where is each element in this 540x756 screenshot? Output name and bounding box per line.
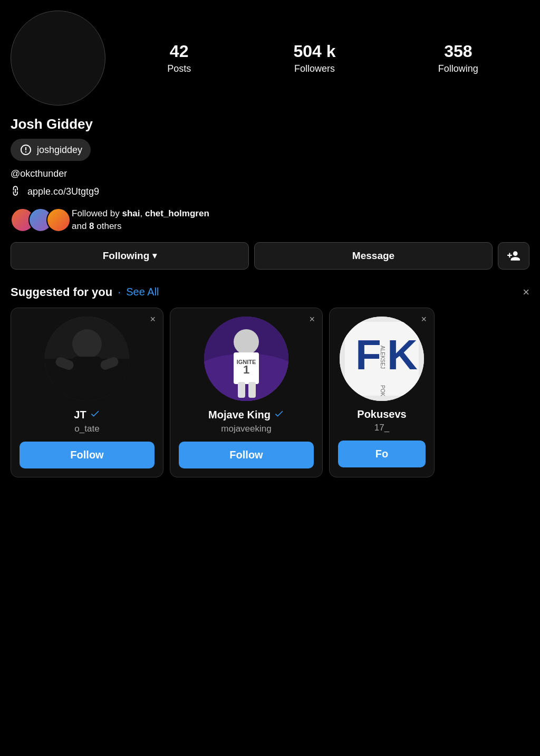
followers-count: 504 k	[293, 42, 335, 61]
close-card-jt[interactable]: ×	[150, 314, 156, 324]
followers-label: Followers	[294, 63, 335, 74]
svg-text:ALEKSEJ: ALEKSEJ	[380, 346, 385, 369]
profile-link[interactable]: apple.co/3Utgtg9	[27, 186, 99, 197]
card-username-poku: 17_	[374, 423, 389, 433]
action-buttons: Following ▾ Message	[0, 242, 540, 280]
followed-by[interactable]: Followed by shai, chet_holmgren and 8 ot…	[11, 207, 529, 233]
svg-rect-13	[248, 382, 256, 398]
svg-text:K: K	[387, 331, 418, 378]
followed-by-prefix: Followed by	[72, 208, 122, 218]
stats-row: 42 Posts 504 k Followers 358 Following	[116, 42, 529, 74]
card-username-mojave: mojaveeking	[221, 424, 271, 434]
suggested-section: Suggested for you · See All × ×	[0, 280, 540, 483]
posts-label: Posts	[167, 63, 191, 74]
chevron-down-icon: ▾	[152, 251, 157, 261]
link-row: apple.co/3Utgtg9	[11, 185, 529, 199]
poku-avatar-image: F K ALEKSEJ POK	[340, 317, 424, 401]
card-name-mojave: Mojave King	[208, 409, 271, 421]
close-card-mojave[interactable]: ×	[309, 314, 315, 324]
follow-button-jt[interactable]: Follow	[20, 442, 155, 468]
jt-avatar-image	[45, 317, 129, 401]
svg-rect-3	[72, 357, 102, 394]
following-button[interactable]: Following ▾	[11, 242, 249, 270]
mention-text[interactable]: @okcthunder	[11, 168, 529, 179]
svg-text:IGNITE: IGNITE	[237, 359, 256, 365]
svg-point-2	[72, 329, 102, 359]
following-label: Following	[103, 250, 150, 262]
follow-button-mojave[interactable]: Follow	[179, 442, 314, 468]
posts-stat[interactable]: 42 Posts	[167, 42, 191, 74]
verified-badge-mojave	[274, 408, 284, 422]
posts-count: 42	[170, 42, 189, 61]
add-person-button[interactable]	[498, 242, 529, 270]
close-card-poku[interactable]: ×	[421, 314, 427, 324]
svg-point-8	[234, 329, 259, 355]
card-avatar-poku: F K ALEKSEJ POK	[340, 317, 424, 401]
card-username-jt: o_tate	[74, 424, 99, 434]
threads-icon	[19, 143, 33, 157]
threads-badge[interactable]: joshgiddey	[11, 139, 91, 161]
message-button[interactable]: Message	[254, 242, 493, 270]
card-name-poku: Pokusevs	[357, 408, 406, 420]
followed-user1[interactable]: shai	[122, 208, 140, 218]
followed-others-count[interactable]: 8	[89, 221, 94, 231]
card-avatar-jt	[45, 317, 129, 401]
followers-stat[interactable]: 504 k Followers	[293, 42, 335, 74]
suggested-header: Suggested for you · See All ×	[11, 285, 529, 299]
followed-user2[interactable]: chet_holmgren	[145, 208, 209, 218]
followed-text: Followed by shai, chet_holmgren and 8 ot…	[72, 207, 209, 233]
suggested-card-poku: × F K ALEKSEJ POK	[329, 308, 435, 477]
link-icon	[7, 183, 26, 201]
suggested-card-mojave: × 1 IGNITE	[170, 308, 323, 477]
verified-badge-jt	[90, 408, 100, 422]
card-name-row-jt: JT	[74, 408, 100, 422]
card-name-jt: JT	[74, 409, 86, 421]
suggested-title: Suggested for you	[11, 285, 112, 299]
message-label: Message	[352, 250, 394, 262]
threads-username: joshgiddey	[37, 145, 82, 156]
followed-avatar-3	[46, 208, 71, 232]
card-avatar-mojave: 1 IGNITE	[204, 317, 288, 401]
profile-name: Josh Giddey	[11, 116, 529, 132]
svg-text:F: F	[355, 331, 381, 378]
suggested-cards: × JT	[11, 308, 529, 477]
follow-button-poku[interactable]: Fo	[338, 441, 426, 467]
followed-avatars	[11, 208, 64, 232]
svg-text:POK: POK	[380, 385, 385, 396]
suggested-dot: ·	[118, 285, 121, 299]
svg-rect-12	[238, 382, 245, 398]
following-label: Following	[438, 63, 478, 74]
mojave-avatar-image: 1 IGNITE	[204, 317, 288, 401]
profile-avatar[interactable]	[11, 11, 105, 106]
close-suggested-button[interactable]: ×	[523, 285, 529, 299]
following-stat[interactable]: 358 Following	[438, 42, 478, 74]
profile-header: 42 Posts 504 k Followers 358 Following	[0, 0, 540, 111]
card-name-row-mojave: Mojave King	[208, 408, 284, 422]
avatar-container	[11, 11, 105, 106]
suggested-title-row: Suggested for you · See All	[11, 285, 159, 299]
profile-info: Josh Giddey joshgiddey @okcthunder apple…	[0, 111, 540, 233]
see-all-button[interactable]: See All	[126, 286, 159, 298]
following-count: 358	[444, 42, 472, 61]
card-name-row-poku: Pokusevs	[357, 408, 406, 420]
suggested-card-jt: × JT	[11, 308, 163, 477]
